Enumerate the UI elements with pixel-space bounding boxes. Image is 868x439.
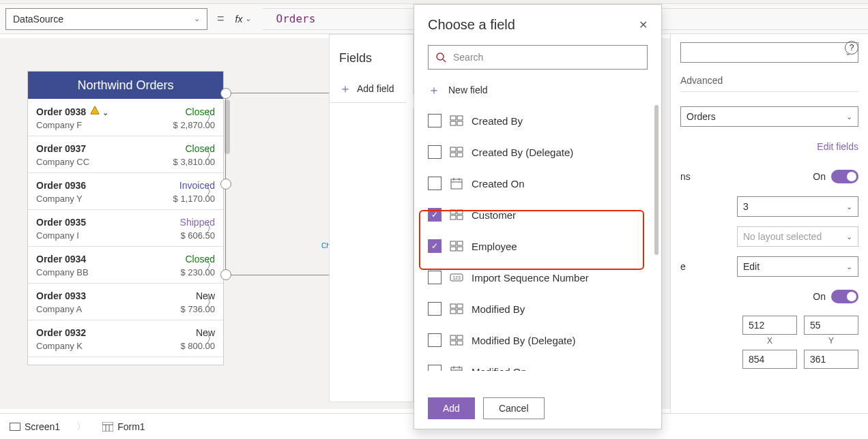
field-row[interactable]: 123 Import Sequence Number — [414, 262, 661, 293]
svg-rect-8 — [457, 147, 463, 151]
chevron-right-icon[interactable]: 〉 — [205, 109, 218, 125]
columns-dropdown[interactable]: 3⌄ — [737, 196, 858, 217]
property-search[interactable]: ⌄ — [680, 42, 858, 63]
fx-button[interactable]: fx⌄ — [229, 14, 263, 25]
checkbox[interactable] — [428, 333, 442, 347]
svg-rect-30 — [457, 335, 463, 339]
svg-rect-28 — [457, 309, 463, 314]
crumb-separator: 〉 — [76, 421, 86, 433]
field-label: Import Sequence Number — [472, 272, 589, 284]
svg-rect-27 — [450, 309, 456, 314]
datasource-dropdown[interactable]: Orders⌄ — [680, 106, 858, 127]
order-item[interactable]: Order 0933 New Company A $ 736.00 〉 — [28, 284, 223, 320]
order-company: Company CC — [36, 157, 89, 167]
chevron-right-icon[interactable]: 〉 — [205, 183, 218, 200]
snap-toggle[interactable] — [831, 170, 858, 183]
checkbox[interactable]: ✓ — [428, 208, 442, 222]
size-h-input[interactable]: 361 — [804, 350, 858, 369]
svg-rect-21 — [450, 247, 456, 251]
svg-rect-3 — [450, 116, 456, 120]
svg-rect-7 — [450, 147, 456, 151]
add-button[interactable]: Add — [428, 397, 475, 419]
field-list: Created By Created By (Delegate) Created… — [414, 105, 661, 371]
svg-rect-17 — [450, 215, 456, 220]
order-item[interactable]: Order 0938 ⌄ Closed Company F $ 2,870.00… — [28, 99, 223, 136]
size-w-input[interactable]: 854 — [742, 350, 797, 369]
resize-handle[interactable] — [220, 179, 231, 190]
visible-toggle[interactable] — [831, 290, 858, 303]
field-row[interactable]: Created By — [414, 105, 661, 136]
crumb-form[interactable]: Form1 — [102, 421, 145, 432]
svg-rect-31 — [450, 341, 456, 345]
cancel-button[interactable]: Cancel — [483, 397, 545, 419]
field-label: Employee — [472, 241, 517, 252]
svg-line-2 — [443, 59, 446, 62]
help-icon[interactable]: ? — [845, 41, 858, 55]
crumb-screen[interactable]: Screen1 — [10, 421, 60, 432]
svg-rect-20 — [457, 241, 463, 245]
order-item[interactable]: Order 0937 Closed Company CC $ 3,810.00 … — [28, 136, 223, 173]
field-row[interactable]: ✓ Employee — [414, 230, 661, 262]
resize-handle[interactable] — [220, 88, 231, 99]
svg-rect-16 — [457, 210, 463, 214]
chevron-right-icon[interactable]: 〉 — [205, 257, 218, 273]
chevron-right-icon[interactable]: 〉 — [205, 220, 218, 237]
checkbox[interactable] — [428, 271, 442, 284]
order-title: Order 0934 — [36, 254, 86, 264]
checkbox[interactable] — [428, 365, 442, 371]
field-label: Modified By — [472, 303, 525, 315]
checkbox[interactable] — [428, 114, 442, 127]
chevron-right-icon[interactable]: 〉 — [205, 331, 218, 347]
mode-label: e — [680, 261, 686, 272]
svg-rect-26 — [457, 304, 463, 308]
svg-rect-9 — [450, 153, 456, 157]
fields-pane: Fields ＋ Add field — [329, 34, 414, 402]
checkbox[interactable] — [428, 177, 442, 190]
chevron-right-icon[interactable]: 〉 — [205, 294, 218, 310]
checkbox[interactable] — [428, 302, 442, 316]
field-row[interactable]: Modified By — [414, 293, 661, 324]
add-field-button[interactable]: ＋ Add field — [330, 75, 413, 103]
field-type-icon: 123 — [450, 271, 463, 284]
pos-y-input[interactable]: 55 — [804, 316, 858, 335]
popup-title: Choose a field — [428, 17, 515, 33]
order-item[interactable]: Order 0935 Shipped Company I $ 606.50 〉 — [28, 210, 223, 247]
mode-dropdown[interactable]: Edit⌄ — [737, 256, 858, 277]
property-dropdown[interactable]: DataSource ⌄ — [5, 8, 207, 30]
order-company: Company Y — [36, 194, 83, 204]
checkbox[interactable]: ✓ — [428, 239, 442, 253]
plus-icon: ＋ — [339, 80, 351, 97]
field-type-icon — [450, 365, 463, 371]
field-type-icon — [450, 302, 463, 316]
svg-text:123: 123 — [452, 275, 461, 280]
resize-handle[interactable] — [220, 269, 231, 280]
field-row[interactable]: Created On — [414, 168, 661, 199]
new-field-button[interactable]: ＋ New field — [414, 75, 661, 105]
order-company: Company K — [36, 341, 83, 351]
edit-fields-link[interactable]: Edit fields — [680, 141, 858, 152]
field-row[interactable]: Modified On — [414, 356, 661, 371]
field-search-input[interactable]: Search — [428, 45, 648, 70]
field-type-icon — [450, 333, 463, 347]
popup-scrollbar[interactable] — [654, 105, 659, 255]
field-row[interactable]: Created By (Delegate) — [414, 136, 661, 168]
layout-dropdown[interactable]: No layout selected⌄ — [737, 226, 858, 247]
field-type-icon — [450, 114, 463, 127]
tab-advanced[interactable]: Advanced — [680, 75, 723, 91]
svg-rect-32 — [457, 341, 463, 345]
field-row[interactable]: ✓ Customer — [414, 199, 661, 230]
order-company: Company BB — [36, 267, 89, 277]
chevron-right-icon[interactable]: 〉 — [205, 147, 218, 163]
order-item[interactable]: Order 0936 Invoiced Company Y $ 1,170.00… — [28, 173, 223, 210]
order-item[interactable]: Order 0932 New Company K $ 800.00 〉 — [28, 320, 223, 357]
orders-gallery[interactable]: Northwind Orders Order 0938 ⌄ Closed Com… — [27, 71, 224, 365]
field-type-icon — [450, 208, 463, 222]
order-item[interactable]: Order 0934 Closed Company BB $ 230.00 〉 — [28, 247, 223, 284]
field-row[interactable]: Modified By (Delegate) — [414, 324, 661, 356]
close-icon[interactable]: ✕ — [639, 18, 648, 31]
field-label: Modified By (Delegate) — [472, 335, 576, 346]
plus-icon: ＋ — [428, 82, 440, 98]
field-label: Modified On — [472, 366, 527, 372]
checkbox[interactable] — [428, 145, 442, 159]
pos-x-input[interactable]: 512 — [742, 316, 797, 335]
